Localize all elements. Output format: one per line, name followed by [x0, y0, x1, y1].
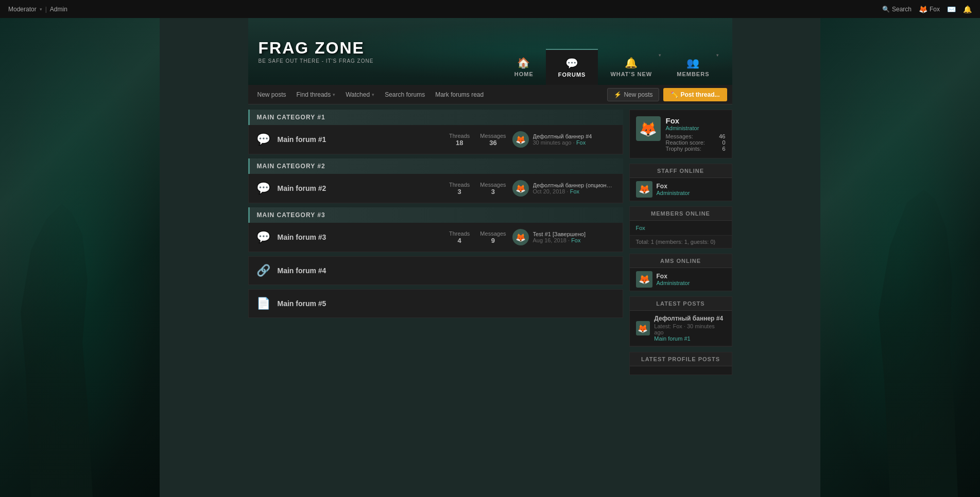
forum-5-icon: 📄 — [256, 297, 271, 310]
user-avatar-small: 🦊 — [919, 5, 927, 13]
home-icon: 🏠 — [517, 57, 530, 69]
ams-fox-avatar[interactable]: 🦊 — [636, 271, 652, 288]
site-header: FRAG ZONE BE SAFE OUT THERE - IT'S FRAG … — [248, 18, 732, 85]
forum-2-last-meta: Oct 20, 2018 · Fox — [533, 188, 580, 194]
whatsnew-icon: 🔔 — [625, 57, 638, 69]
forum-1-last-info: Дефолтный баннер #4 30 minutes ago · Fox — [533, 133, 592, 146]
tab-home[interactable]: 🏠 HOME — [502, 49, 546, 85]
forum-row-3: 💬 Main forum #3 Threads 4 Messages 9 — [248, 223, 623, 252]
forum-1-last-post: 🦊 Дефолтный баннер #4 30 minutes ago · F… — [512, 131, 615, 148]
moderator-link[interactable]: Moderator — [8, 6, 37, 13]
forum-2-name[interactable]: Main forum #2 — [278, 184, 326, 192]
category-1: MAIN CATEGORY #1 💬 Main forum #1 Threads… — [248, 110, 623, 154]
latest-profile-posts-empty — [630, 366, 732, 375]
forum-row-2: 💬 Main forum #2 Threads 3 Messages 3 — [248, 174, 623, 203]
search-forums-link[interactable]: Search forums — [381, 88, 429, 101]
ams-online-header: AMS ONLINE — [630, 254, 732, 268]
forum-row-5: 📄 Main forum #5 — [248, 289, 623, 318]
tab-forums[interactable]: 💬 FORUMS — [546, 49, 598, 85]
content-wrapper: FRAG ZONE BE SAFE OUT THERE - IT'S FRAG … — [0, 18, 980, 390]
staff-fox-name[interactable]: Fox — [657, 183, 690, 190]
forum-1-info: Main forum #1 — [278, 135, 443, 144]
category-3-header: MAIN CATEGORY #3 — [248, 207, 623, 223]
new-posts-link[interactable]: New posts — [253, 88, 290, 101]
tab-members[interactable]: 👥 MEMBERS ▾ — [664, 49, 721, 85]
latest-post-1-forum[interactable]: Main forum #1 — [654, 335, 725, 342]
forum-1-last-title[interactable]: Дефолтный баннер #4 — [533, 133, 592, 139]
staff-fox: 🦊 Fox Administrator — [630, 178, 732, 201]
forums-icon: 💬 — [565, 57, 579, 69]
tab-whatsnew[interactable]: 🔔 WHAT'S NEW ▾ — [598, 49, 664, 85]
forum-1-name[interactable]: Main forum #1 — [278, 135, 326, 144]
topbar-right: 🔍 Search 🦊 Fox ✉️ 🔔 — [882, 5, 972, 13]
search-link[interactable]: 🔍 Search — [882, 6, 912, 13]
profile-messages-stat: Messages: 46 — [666, 133, 726, 139]
moderator-arrow — [40, 7, 42, 12]
forum-3-last-user[interactable]: Fox — [571, 237, 580, 243]
bolt-icon: ⚡ — [614, 91, 622, 98]
staff-fox-info: Fox Administrator — [657, 183, 690, 196]
forum-row-1: 💬 Main forum #1 Threads 18 Messages 3 — [248, 125, 623, 154]
tab-members-label: MEMBERS — [677, 71, 709, 77]
forum-3-threads: Threads 4 — [449, 230, 470, 244]
forum-3-name[interactable]: Main forum #3 — [278, 233, 326, 241]
forum-2-last-title[interactable]: Дефолтный баннер (опционально)+ — [533, 182, 615, 188]
forum-2-last-user[interactable]: Fox — [570, 188, 579, 194]
forum-2-last-avatar: 🦊 — [512, 180, 529, 197]
forum-1-messages: Messages 36 — [480, 133, 506, 147]
forum-2-last-info: Дефолтный баннер (опционально)+ Oct 20, … — [533, 182, 615, 194]
ams-fox-name[interactable]: Fox — [657, 273, 690, 280]
new-posts-button[interactable]: ⚡ New posts — [607, 88, 659, 101]
ams-fox: 🦊 Fox Administrator — [630, 268, 732, 291]
latest-post-1-info: Дефолтный баннер #4 Latest: Fox · 30 min… — [654, 315, 725, 342]
forums-column: MAIN CATEGORY #1 💬 Main forum #1 Threads… — [248, 110, 623, 380]
forum-1-last-user[interactable]: Fox — [576, 139, 586, 146]
pencil-icon: ✏️ — [670, 91, 678, 98]
post-thread-button[interactable]: ✏️ Post thread... — [663, 88, 727, 101]
category-3: MAIN CATEGORY #3 💬 Main forum #3 Threads… — [248, 207, 623, 252]
logo-area: FRAG ZONE BE SAFE OUT THERE - IT'S FRAG … — [259, 40, 374, 64]
forum-2-messages: Messages 3 — [480, 182, 506, 196]
staff-fox-role: Administrator — [657, 190, 690, 196]
latest-profile-posts-box: LATEST PROFILE POSTS — [629, 352, 732, 375]
members-online-header: MEMBERS ONLINE — [630, 207, 732, 221]
forum-2-stats: Threads 3 Messages 3 — [449, 182, 506, 196]
mail-icon[interactable]: ✉️ — [947, 5, 956, 13]
forum-row-4: 🔗 Main forum #4 — [248, 256, 623, 285]
profile-name[interactable]: Fox — [666, 116, 726, 125]
staff-fox-avatar[interactable]: 🦊 — [636, 181, 652, 198]
forum-3-messages: Messages 9 — [480, 230, 506, 244]
topbar: Moderator | Admin 🔍 Search 🦊 Fox ✉️ 🔔 — [0, 0, 980, 18]
forum-2-icon: 💬 — [256, 182, 271, 195]
forum-4-info: Main forum #4 — [278, 267, 615, 275]
find-threads-link[interactable]: Find threads — [293, 88, 340, 101]
forum-5-name[interactable]: Main forum #5 — [278, 299, 326, 308]
user-link[interactable]: 🦊 Fox — [919, 5, 940, 13]
latest-post-1-title[interactable]: Дефолтный баннер #4 — [654, 315, 725, 322]
forum-1-threads: Threads 18 — [449, 133, 470, 147]
forum-3-last-title[interactable]: Test #1 [Завершено] — [533, 231, 586, 237]
staff-online-header: STAFF ONLINE — [630, 164, 732, 178]
members-arrow: ▾ — [716, 53, 719, 58]
latest-profile-posts-header: LATEST PROFILE POSTS — [630, 352, 732, 366]
forum-3-last-avatar: 🦊 — [512, 229, 529, 245]
latest-post-1-row: 🦊 Дефолтный баннер #4 Latest: Fox · 30 m… — [636, 315, 726, 342]
forum-4-name[interactable]: Main forum #4 — [278, 267, 326, 275]
site-title[interactable]: FRAG ZONE — [259, 40, 374, 56]
forum-3-stats: Threads 4 Messages 9 — [449, 230, 506, 244]
toolbar-left: New posts Find threads Watched Search fo… — [253, 88, 488, 101]
category-2-header: MAIN CATEGORY #2 — [248, 158, 623, 174]
bell-icon[interactable]: 🔔 — [963, 5, 972, 13]
header-inner: FRAG ZONE BE SAFE OUT THERE - IT'S FRAG … — [248, 18, 732, 85]
whatsnew-arrow: ▾ — [659, 53, 661, 58]
latest-post-1-meta: Latest: Fox · 30 minutes ago — [654, 323, 725, 335]
members-list: Fox — [630, 221, 732, 235]
sidebar-column: 🦊 Fox Administrator Messages: 46 Reactio… — [629, 110, 732, 380]
online-member-fox[interactable]: Fox — [636, 225, 645, 231]
profile-avatar[interactable]: 🦊 — [636, 116, 661, 141]
ams-fox-info: Fox Administrator — [657, 273, 690, 286]
members-total: Total: 1 (members: 1, guests: 0) — [630, 235, 732, 248]
watched-link[interactable]: Watched — [341, 88, 379, 101]
admin-link[interactable]: Admin — [50, 6, 67, 13]
mark-read-link[interactable]: Mark forums read — [431, 88, 488, 101]
